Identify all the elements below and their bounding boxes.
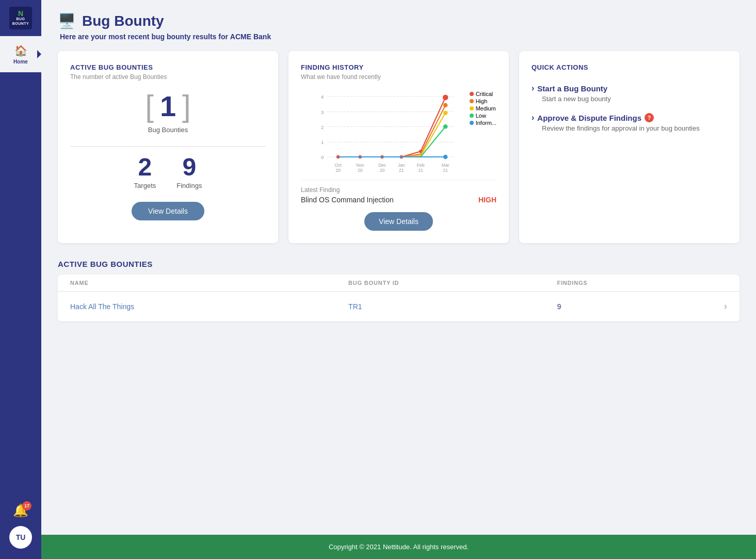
legend-label-medium: Medium [476,105,496,111]
chevron-icon-start: › [532,84,534,93]
svg-text:Oct: Oct [335,163,342,168]
latest-finding: Latest Finding Blind OS Command Injectio… [301,180,496,204]
table-section-title: ACTIVE BUG BOUNTIES [58,260,739,268]
main-content: 🖥️ Bug Bounty Here are your most recent … [41,0,756,559]
row-name: Hack All The Things [70,302,348,311]
chart-container: 0 1 2 3 4 Oct 20 Nov 20 Dec 20 Jan 21 [301,91,496,173]
stats-row: 2 Targets 9 Findings [134,155,202,189]
finding-history-subtitle: What we have found recently [301,73,496,81]
subtitle-prefix: Here are your most recent bug bounty res… [60,33,228,41]
svg-point-28 [443,103,448,107]
user-avatar[interactable]: TU [9,526,32,549]
svg-text:1: 1 [321,139,324,145]
svg-text:20: 20 [335,168,341,173]
table-row[interactable]: Hack All The Things TR1 9 › [58,292,739,322]
svg-text:20: 20 [358,168,363,173]
svg-text:Dec: Dec [378,163,387,168]
svg-point-31 [443,155,448,159]
legend-medium: Medium [470,105,496,111]
bracket-right: ] [182,91,191,122]
sidebar-item-home[interactable]: 🏠 Home [0,36,41,72]
logo-box: N BUGBOUNTY [9,7,32,29]
approve-title[interactable]: Approve & Dispute Findings [537,114,641,122]
legend-label-info: Inform... [476,120,496,126]
findings-stat: 9 Findings [176,155,202,189]
latest-finding-row: Blind OS Command Injection HIGH [301,196,496,204]
legend-dot-medium [470,106,474,110]
svg-text:Jan: Jan [398,163,405,168]
active-bounties-title: ACTIVE BUG BOUNTIES [70,63,266,71]
quick-actions-title: QUICK ACTIONS [532,63,727,71]
bounty-count: 1 [160,92,176,121]
chevron-icon-approve: › [532,113,534,122]
active-bounties-card: ACTIVE BUG BOUNTIES The number of active… [58,51,278,243]
quick-actions-card: QUICK ACTIONS › Start a Bug Bounty Start… [519,51,739,243]
legend-dot-low [470,114,474,118]
page-title-icon: 🖥️ [58,12,76,29]
finding-view-details-button[interactable]: View Details [364,212,433,231]
svg-text:4: 4 [321,94,324,100]
svg-text:Feb: Feb [417,163,425,168]
table-container: NAME BUG BOUNTY ID FINDINGS Hack All The… [58,275,739,322]
col-arrow [696,280,727,286]
svg-point-27 [443,94,448,100]
svg-point-30 [443,124,448,129]
bounty-label: Bug Bounties [148,126,188,134]
sidebar-home-label: Home [13,59,28,65]
col-name: NAME [70,280,348,286]
row-arrow: › [696,301,727,312]
svg-text:Mar: Mar [442,163,449,168]
big-number-container: [ 1 ] [145,91,191,122]
finding-history-title: FINDING HISTORY [301,63,496,71]
sidebar-nav: 🏠 Home [0,36,41,503]
stats-divider [70,146,266,147]
targets-label: Targets [134,182,156,189]
page-header: 🖥️ Bug Bounty Here are your most recent … [58,12,739,41]
page-title-row: 🖥️ Bug Bounty [58,12,739,29]
bracket-left: [ [145,91,154,122]
sidebar-logo: N BUGBOUNTY [0,0,41,36]
targets-stat: 2 Targets [134,155,156,189]
quick-action-start-bounty: › Start a Bug Bounty Start a new bug bou… [532,84,727,103]
legend-critical: Critical [470,91,496,97]
page-subtitle: Here are your most recent bug bounty res… [60,33,739,41]
svg-text:Nov: Nov [356,163,364,168]
sidebar-bottom: 🔔 17 TU [9,503,32,559]
active-bounties-subtitle: The number of active Bug Bounties [70,73,266,81]
footer-text: Copyright © 2021 Nettitude. All rights r… [329,543,469,551]
legend-label-low: Low [476,113,486,119]
targets-count: 2 [138,155,152,180]
start-bounty-title-row: › Start a Bug Bounty [532,84,727,93]
approve-desc: Review the findings for approval in your… [542,124,727,132]
bounties-view-details-button[interactable]: View Details [132,202,204,220]
finding-history-card: FINDING HISTORY What we have found recen… [288,51,509,243]
bounty-stats: [ 1 ] Bug Bounties 2 Targets 9 Finding [70,91,266,220]
notification-badge: 17 [22,501,31,510]
chart-legend: Critical High Medium Low [470,91,496,126]
svg-text:3: 3 [321,109,324,115]
findings-count: 9 [182,155,196,180]
start-bounty-title[interactable]: Start a Bug Bounty [537,84,607,93]
legend-dot-info [470,121,474,125]
legend-dot-high [470,99,474,103]
col-findings: FINDINGS [557,280,696,286]
legend-dot-critical [470,92,474,96]
quick-action-approve: › Approve & Dispute Findings ? Review th… [532,113,727,132]
row-id: TR1 [348,302,557,311]
cards-row: ACTIVE BUG BOUNTIES The number of active… [58,51,739,243]
table-section: ACTIVE BUG BOUNTIES NAME BUG BOUNTY ID F… [58,260,739,322]
legend-info: Inform... [470,120,496,126]
legend-label-critical: Critical [476,91,493,97]
sidebar: N BUGBOUNTY 🏠 Home 🔔 17 TU [0,0,41,559]
content-area: 🖥️ Bug Bounty Here are your most recent … [41,0,756,535]
row-findings: 9 [557,302,696,311]
notification-button[interactable]: 🔔 17 [13,503,28,518]
approve-badge: ? [645,113,654,122]
legend-high: High [470,98,496,104]
logo-n-letter: N [18,10,23,17]
svg-text:21: 21 [399,168,404,173]
home-icon: 🏠 [14,44,27,57]
subtitle-company: ACME Bank [230,33,271,41]
start-bounty-desc: Start a new bug bounty [542,95,727,103]
finding-history-chart: 0 1 2 3 4 Oct 20 Nov 20 Dec 20 Jan 21 [301,91,496,173]
